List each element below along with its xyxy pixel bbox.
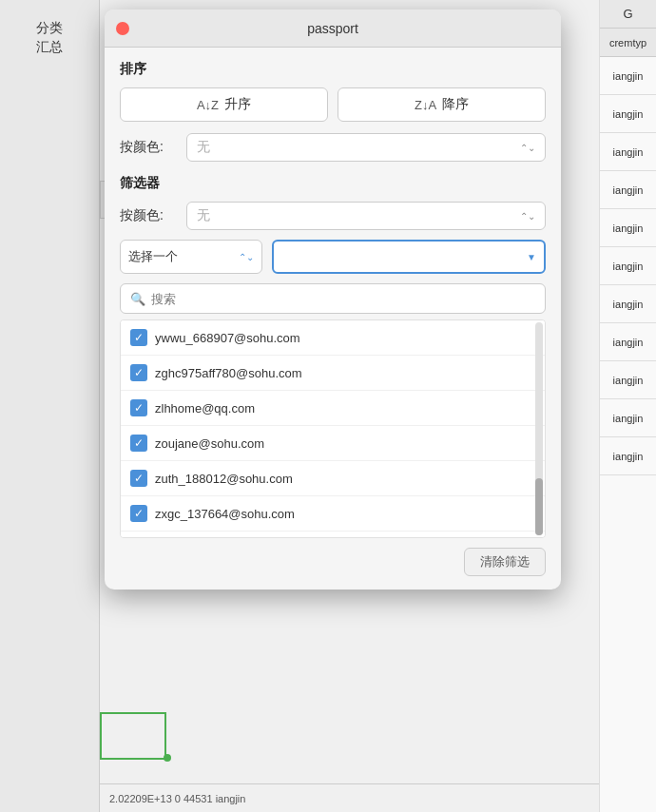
list-item: iangjin — [600, 209, 656, 247]
checkmark-icon: ✓ — [134, 437, 144, 449]
scrollbar-track — [535, 322, 543, 535]
list-item: iangjin — [600, 437, 656, 475]
list-item-label: zlhhome@qq.com — [155, 401, 255, 416]
right-col-subheader: cremtyp — [600, 29, 656, 57]
title-bar: passport — [105, 10, 561, 48]
left-panel: 分类 汇总 — [0, 0, 100, 812]
clear-filter-button[interactable]: 清除筛选 — [464, 548, 546, 576]
checkbox-5[interactable]: ✓ — [130, 505, 147, 522]
sort-asc-button[interactable]: A↓Z 升序 — [120, 87, 328, 122]
list-item: iangjin — [600, 285, 656, 323]
list-item: iangjin — [600, 247, 656, 285]
filter-condition-chevron-icon: ⌃⌄ — [239, 252, 254, 262]
sort-color-row: 按颜色: 无 ⌃⌄ — [120, 133, 546, 162]
checkmark-icon: ✓ — [134, 402, 144, 414]
dialog-title: passport — [307, 21, 358, 36]
sort-buttons-row: A↓Z 升序 Z↓A 降序 — [120, 87, 546, 122]
list-item-label: zoujane@sohu.com — [155, 436, 264, 451]
filter-color-row: 按颜色: 无 ⌃⌄ — [120, 202, 546, 230]
list-item: iangjin — [600, 95, 656, 133]
list-item[interactable]: ✓ zlhhome@qq.com — [121, 391, 545, 426]
list-item-label: zuth_188012@sohu.com — [155, 472, 293, 486]
sort-desc-label: 降序 — [442, 96, 469, 113]
list-item[interactable]: ✓ zzcf_083036@sohu.com — [121, 532, 545, 538]
list-item: iangjin — [600, 399, 656, 437]
list-item[interactable]: ✓ ywwu_668907@sohu.com — [121, 320, 545, 356]
clear-filter-label: 清除筛选 — [480, 554, 530, 569]
filter-color-label: 按颜色: — [120, 207, 177, 224]
filter-dropdowns-row: 选择一个 ⌃⌄ ▼ — [120, 240, 546, 274]
list-item[interactable]: ✓ zxgc_137664@sohu.com — [121, 496, 545, 532]
filter-value-select[interactable]: ▼ — [272, 240, 546, 274]
list-item-label: zghc975aff780@sohu.com — [155, 366, 302, 380]
close-button[interactable] — [116, 22, 129, 35]
sort-color-label: 按颜色: — [120, 139, 177, 156]
sort-asc-icon: A↓Z — [197, 98, 219, 112]
left-panel-text: 分类 汇总 — [36, 19, 63, 56]
list-item[interactable]: ✓ zuth_188012@sohu.com — [121, 461, 545, 496]
filter-condition-value: 选择一个 — [128, 248, 178, 265]
checkmark-icon: ✓ — [134, 473, 144, 484]
right-column: G cremtyp iangjin iangjin iangjin iangji… — [599, 0, 656, 812]
cell-handle[interactable] — [164, 754, 171, 762]
list-item: iangjin — [600, 323, 656, 361]
list-item[interactable]: ✓ zghc975aff780@sohu.com — [121, 356, 545, 391]
modal-footer: 清除筛选 — [105, 538, 561, 590]
sort-asc-label: 升序 — [224, 96, 251, 113]
sort-desc-icon: Z↓A — [415, 98, 436, 112]
scrollbar-thumb[interactable] — [535, 478, 543, 535]
sort-desc-button[interactable]: Z↓A 降序 — [338, 87, 546, 122]
filter-dialog: passport 排序 A↓Z 升序 Z↓A 降序 按颜色: 无 ⌃⌄ 筛选器 — [105, 10, 561, 590]
search-input[interactable] — [151, 292, 535, 306]
right-col-rows: iangjin iangjin iangjin iangjin iangjin … — [600, 57, 656, 475]
filter-color-select[interactable]: 无 ⌃⌄ — [186, 202, 546, 230]
list-item: iangjin — [600, 361, 656, 399]
filter-color-value: 无 — [197, 207, 210, 224]
list-item: iangjin — [600, 133, 656, 171]
list-item[interactable]: ✓ zoujane@sohu.com — [121, 426, 545, 461]
right-col-header: G — [600, 0, 656, 29]
list-item-label: zxgc_137664@sohu.com — [155, 507, 295, 521]
list-item: iangjin — [600, 57, 656, 95]
filter-condition-select[interactable]: 选择一个 ⌃⌄ — [120, 240, 262, 274]
list-item-label: ywwu_668907@sohu.com — [155, 331, 300, 345]
checkbox-2[interactable]: ✓ — [130, 399, 147, 416]
status-bar: 2.02209E+13 0 44531 iangjin — [100, 783, 599, 812]
search-box: 🔍 — [120, 283, 546, 314]
checkmark-icon: ✓ — [134, 332, 144, 343]
sort-color-chevron-icon: ⌃⌄ — [520, 143, 535, 153]
selected-cell — [100, 712, 166, 760]
search-icon: 🔍 — [130, 292, 145, 306]
checkmark-icon: ✓ — [134, 508, 144, 519]
sort-color-select[interactable]: 无 ⌃⌄ — [186, 133, 546, 162]
checkmark-icon: ✓ — [134, 367, 144, 378]
checkbox-4[interactable]: ✓ — [130, 470, 147, 487]
filter-list: ✓ ywwu_668907@sohu.com ✓ zghc975aff780@s… — [120, 319, 546, 538]
filter-value-chevron-icon: ▼ — [527, 252, 536, 262]
modal-body: 排序 A↓Z 升序 Z↓A 降序 按颜色: 无 ⌃⌄ 筛选器 按颜色: — [105, 48, 561, 538]
sort-color-value: 无 — [197, 139, 210, 156]
filter-section-title: 筛选器 — [120, 175, 546, 192]
checkbox-0[interactable]: ✓ — [130, 329, 147, 346]
filter-color-chevron-icon: ⌃⌄ — [520, 211, 535, 222]
checkbox-3[interactable]: ✓ — [130, 435, 147, 452]
checkbox-1[interactable]: ✓ — [130, 364, 147, 381]
list-item: iangjin — [600, 171, 656, 209]
sort-section-title: 排序 — [120, 61, 546, 78]
